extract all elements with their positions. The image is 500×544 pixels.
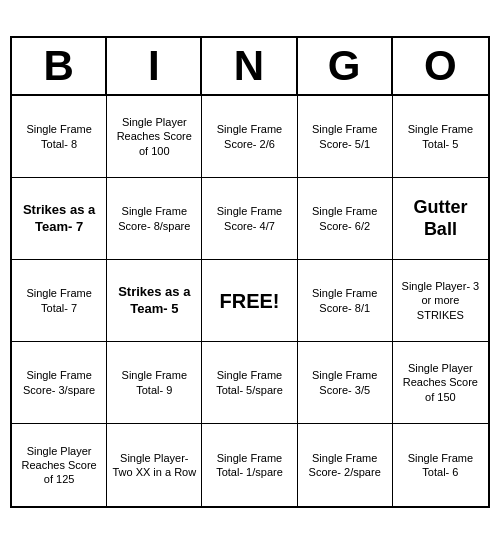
bingo-letter-b: B	[12, 38, 107, 94]
bingo-cell-5: Strikes as a Team- 7	[12, 178, 107, 260]
bingo-cell-24: Single Frame Total- 6	[393, 424, 488, 506]
bingo-cell-11: Strikes as a Team- 5	[107, 260, 202, 342]
bingo-cell-13: Single Frame Score- 8/1	[298, 260, 393, 342]
bingo-cell-3: Single Frame Score- 5/1	[298, 96, 393, 178]
bingo-letter-n: N	[202, 38, 297, 94]
bingo-cell-9: Gutter Ball	[393, 178, 488, 260]
bingo-cell-10: Single Frame Total- 7	[12, 260, 107, 342]
bingo-letter-i: I	[107, 38, 202, 94]
bingo-cell-14: Single Player- 3 or more STRIKES	[393, 260, 488, 342]
bingo-cell-21: Single Player- Two XX in a Row	[107, 424, 202, 506]
bingo-cell-17: Single Frame Total- 5/spare	[202, 342, 297, 424]
bingo-cell-4: Single Frame Total- 5	[393, 96, 488, 178]
bingo-cell-7: Single Frame Score- 4/7	[202, 178, 297, 260]
bingo-cell-8: Single Frame Score- 6/2	[298, 178, 393, 260]
bingo-cell-22: Single Frame Total- 1/spare	[202, 424, 297, 506]
bingo-header: BINGO	[12, 38, 488, 96]
bingo-cell-2: Single Frame Score- 2/6	[202, 96, 297, 178]
bingo-cell-23: Single Frame Score- 2/spare	[298, 424, 393, 506]
bingo-letter-g: G	[298, 38, 393, 94]
bingo-cell-20: Single Player Reaches Score of 125	[12, 424, 107, 506]
bingo-cell-12: FREE!	[202, 260, 297, 342]
bingo-letter-o: O	[393, 38, 488, 94]
bingo-grid: Single Frame Total- 8Single Player Reach…	[12, 96, 488, 506]
bingo-cell-15: Single Frame Score- 3/spare	[12, 342, 107, 424]
bingo-cell-19: Single Player Reaches Score of 150	[393, 342, 488, 424]
bingo-cell-16: Single Frame Total- 9	[107, 342, 202, 424]
bingo-cell-1: Single Player Reaches Score of 100	[107, 96, 202, 178]
bingo-cell-18: Single Frame Score- 3/5	[298, 342, 393, 424]
bingo-cell-6: Single Frame Score- 8/spare	[107, 178, 202, 260]
bingo-cell-0: Single Frame Total- 8	[12, 96, 107, 178]
bingo-card: BINGO Single Frame Total- 8Single Player…	[10, 36, 490, 508]
